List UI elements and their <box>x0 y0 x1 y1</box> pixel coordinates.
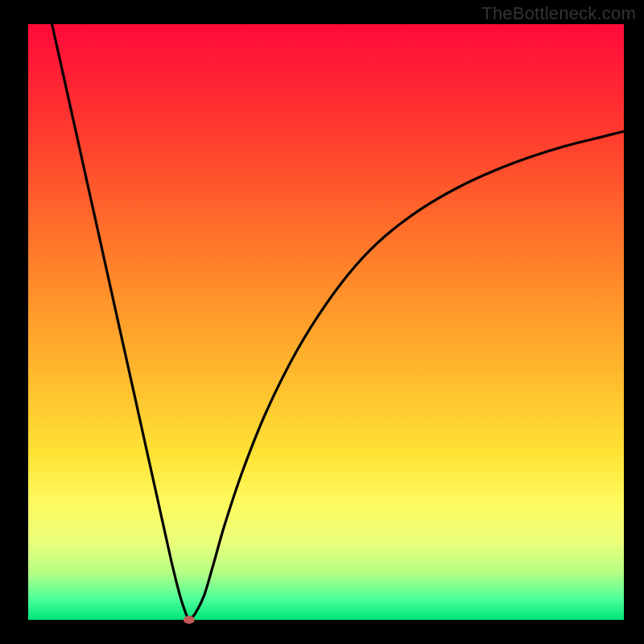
watermark-text: TheBottleneck.com <box>481 3 636 24</box>
chart-frame: TheBottleneck.com <box>0 0 644 644</box>
bottleneck-chart <box>0 0 644 644</box>
optimum-marker <box>184 616 195 624</box>
